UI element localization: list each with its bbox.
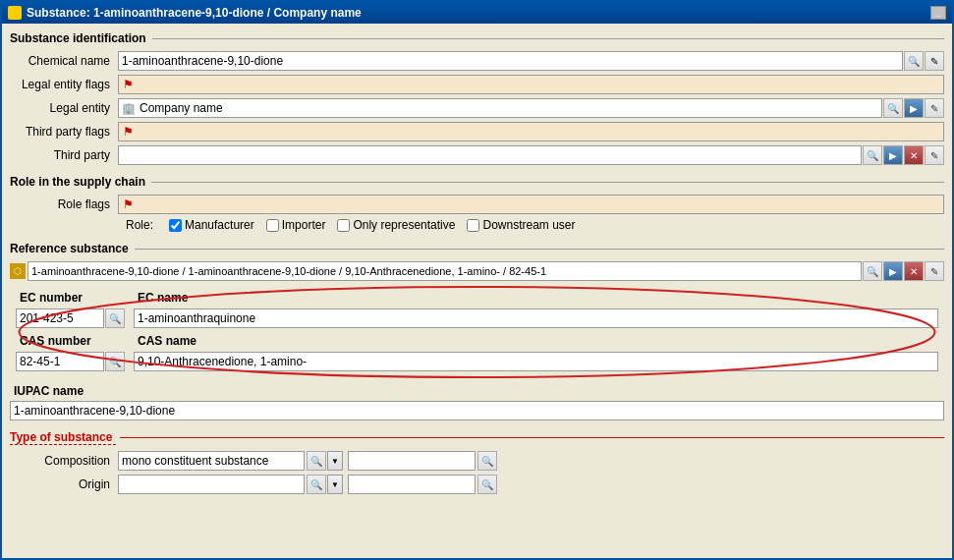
legal-entity-edit-btn[interactable]: ✎ (925, 98, 944, 118)
ec-name-value: 1-aminoanthraquinone (138, 311, 255, 325)
third-party-search-btn[interactable]: 🔍 (863, 145, 882, 165)
role-flags-label: Role flags (10, 197, 118, 211)
cas-name-value: 9,10-Anthracenedione, 1-amino- (138, 355, 307, 368)
cas-number-field: 82-45-1 (16, 352, 104, 371)
ec-headers-row: EC number EC name (16, 289, 938, 307)
legal-entity-label: Legal entity (10, 101, 118, 115)
reference-substance-title: Reference substance (10, 242, 944, 255)
cas-number-search-btn[interactable]: 🔍 (105, 352, 125, 371)
origin-row: Origin 🔍 ▼ 🔍 (10, 475, 944, 494)
reference-substance-section: Reference substance ⬡ 1-aminoanthracene-… (10, 242, 944, 420)
third-party-input[interactable] (122, 148, 858, 162)
type-of-substance-title-row: Type of substance (10, 430, 944, 445)
ref-substance-edit-btn[interactable]: ✎ (925, 261, 944, 281)
origin-label: Origin (10, 477, 118, 491)
ec-name-field: 1-aminoanthraquinone (134, 308, 938, 328)
third-party-field-group: 🔍 ▶ ✕ ✎ (118, 145, 944, 165)
downstream-user-checkbox-item: Downstream user (467, 218, 575, 232)
origin-secondary-search-btn[interactable]: 🔍 (477, 475, 497, 494)
importer-checkbox-item: Importer (266, 218, 326, 232)
minimize-button[interactable]: _ (930, 6, 946, 20)
only-representative-label: Only representative (353, 218, 455, 232)
legal-entity-input[interactable] (140, 101, 878, 115)
third-party-flag-icon: ⚑ (123, 125, 134, 139)
legal-entity-nav-btn[interactable]: ▶ (904, 98, 924, 118)
type-of-substance-section: Type of substance Composition mono const… (10, 430, 944, 494)
ec-number-field: 201-423-5 (16, 308, 104, 328)
ec-number-value: 201-423-5 (20, 311, 74, 325)
downstream-user-label: Downstream user (482, 218, 575, 232)
third-party-flags-field: ⚑ (118, 122, 944, 141)
window-icon (8, 6, 22, 20)
legal-entity-flags-row: Legal entity flags ⚑ (10, 75, 944, 94)
ref-substance-delete-btn[interactable]: ✕ (904, 261, 924, 281)
chemical-name-field-group: 🔍 ✎ (118, 51, 944, 71)
role-label: Role: (126, 218, 153, 232)
third-party-flags-label: Third party flags (10, 125, 118, 139)
chemical-name-input[interactable] (122, 54, 899, 68)
title-bar-controls: _ (930, 6, 946, 20)
role-checkboxes-row: Role: Manufacturer Importer Only represe… (126, 218, 944, 232)
chemical-name-input-wrap (118, 51, 903, 71)
legal-entity-input-wrap: 🏢 (118, 98, 882, 118)
cas-values-row: 82-45-1 🔍 9,10-Anthracenedione, 1-amino- (16, 352, 938, 371)
third-party-nav-btn[interactable]: ▶ (883, 145, 903, 165)
iupac-name-value: 1-aminoanthracene-9,10-dione (14, 404, 175, 418)
ref-substance-bar: ⬡ 1-aminoanthracene-9,10-dione / 1-amino… (10, 261, 944, 281)
cas-number-value: 82-45-1 (20, 355, 60, 368)
ec-values-row: 201-423-5 🔍 1-aminoanthraquinone (16, 308, 938, 328)
composition-search-btn[interactable]: 🔍 (307, 451, 326, 471)
ref-substance-field: 1-aminoanthracene-9,10-dione / 1-aminoan… (28, 261, 862, 281)
legal-entity-search-btn[interactable]: 🔍 (883, 98, 903, 118)
ec-number-search-btn[interactable]: 🔍 (105, 308, 125, 328)
only-representative-checkbox-item: Only representative (337, 218, 455, 232)
third-party-delete-btn[interactable]: ✕ (904, 145, 924, 165)
ref-substance-nav-btn[interactable]: ▶ (883, 261, 903, 281)
origin-search-btn[interactable]: 🔍 (307, 475, 326, 494)
importer-checkbox[interactable] (266, 219, 279, 232)
chemical-name-edit-btn[interactable]: ✎ (925, 51, 944, 71)
origin-dropdown-btn[interactable]: ▼ (327, 475, 343, 494)
role-flags-row: Role flags ⚑ (10, 195, 944, 214)
ref-substance-search-btn[interactable]: 🔍 (863, 261, 882, 281)
window-title: Substance: 1-aminoanthracene-9,10-dione … (27, 6, 362, 20)
legal-entity-row: Legal entity 🏢 🔍 ▶ ✎ (10, 98, 944, 118)
substance-identification-section: Substance identification Chemical name 🔍… (10, 31, 944, 165)
third-party-flags-row: Third party flags ⚑ (10, 122, 944, 141)
role-flags-field: ⚑ (118, 195, 944, 214)
origin-field-group: 🔍 ▼ 🔍 (118, 475, 497, 494)
third-party-row: Third party 🔍 ▶ ✕ ✎ (10, 145, 944, 165)
cas-name-field: 9,10-Anthracenedione, 1-amino- (134, 352, 938, 371)
legal-entity-icon: 🏢 (122, 102, 136, 115)
role-supply-chain-section: Role in the supply chain Role flags ⚑ Ro… (10, 175, 944, 232)
title-bar: Substance: 1-aminoanthracene-9,10-dione … (2, 2, 952, 24)
cas-name-header: CAS name (134, 332, 938, 350)
composition-row: Composition mono constituent substance 🔍… (10, 451, 944, 471)
legal-entity-flag-icon: ⚑ (123, 78, 134, 91)
importer-label: Importer (282, 218, 326, 232)
type-of-substance-title: Type of substance (10, 430, 116, 445)
content-area: Substance identification Chemical name 🔍… (2, 24, 952, 558)
iupac-section: IUPAC name 1-aminoanthracene-9,10-dione (10, 383, 944, 420)
manufacturer-checkbox[interactable] (169, 219, 182, 232)
cas-headers-row: CAS number CAS name (16, 332, 938, 350)
ec-cas-highlight-area: EC number EC name 201-423-5 🔍 1-aminoant… (10, 285, 944, 379)
composition-secondary-search-btn[interactable]: 🔍 (477, 451, 497, 471)
composition-field: mono constituent substance (118, 451, 305, 471)
only-representative-checkbox[interactable] (337, 219, 350, 232)
ec-number-header: EC number (16, 289, 134, 307)
manufacturer-checkbox-item: Manufacturer (169, 218, 254, 232)
composition-dropdown-btn[interactable]: ▼ (327, 451, 343, 471)
ec-name-header: EC name (134, 289, 938, 307)
composition-value: mono constituent substance (122, 454, 268, 468)
cas-number-header: CAS number (16, 332, 134, 350)
downstream-user-checkbox[interactable] (467, 219, 479, 232)
third-party-edit-btn[interactable]: ✎ (925, 145, 944, 165)
composition-field-group: mono constituent substance 🔍 ▼ 🔍 (118, 451, 497, 471)
substance-identification-title: Substance identification (10, 31, 944, 45)
origin-secondary-field (348, 475, 476, 494)
chemical-name-search-btn[interactable]: 🔍 (904, 51, 924, 71)
cas-number-cell: 82-45-1 🔍 (16, 352, 134, 371)
role-supply-chain-title: Role in the supply chain (10, 175, 944, 189)
ref-substance-icon: ⬡ (10, 263, 26, 279)
